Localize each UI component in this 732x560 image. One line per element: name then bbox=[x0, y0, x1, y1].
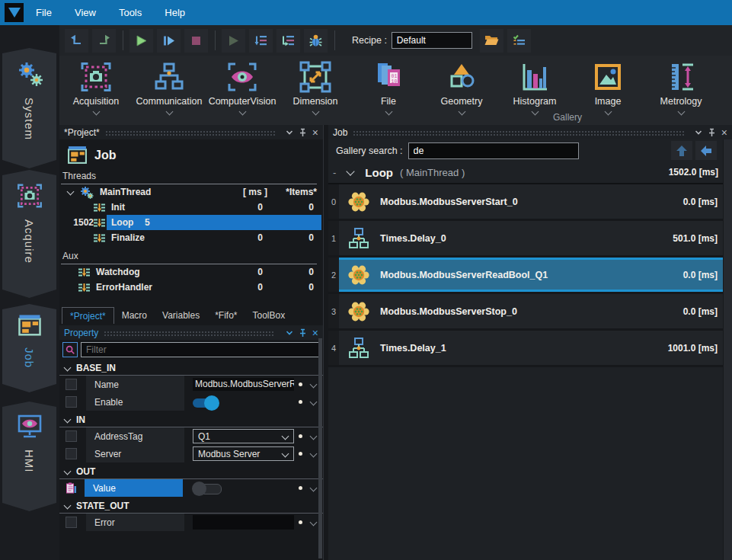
chevron-down-icon[interactable] bbox=[64, 467, 72, 475]
close-icon[interactable]: × bbox=[312, 127, 318, 138]
chevron-down-icon[interactable] bbox=[385, 108, 392, 116]
thread-row-watchdog[interactable]: Watchdog 0 0 bbox=[59, 264, 323, 280]
chevron-down-icon[interactable] bbox=[67, 187, 75, 195]
gallery-item-dimension[interactable]: Dimension bbox=[279, 56, 352, 114]
chevron-down-icon[interactable] bbox=[310, 519, 318, 526]
run-selection-button[interactable] bbox=[222, 29, 245, 53]
gallery-item-computervision[interactable]: ComputerVision bbox=[206, 56, 279, 114]
sidebar-tab-hmi[interactable]: HMI bbox=[2, 402, 56, 511]
chevron-down-icon[interactable] bbox=[286, 329, 293, 337]
menu-tools[interactable]: Tools bbox=[108, 7, 152, 18]
gallery-item-file[interactable]: 01 10 File bbox=[352, 56, 425, 114]
checkbox[interactable] bbox=[66, 517, 77, 528]
move-up-button[interactable] bbox=[671, 141, 692, 160]
chevron-down-icon[interactable] bbox=[312, 108, 319, 116]
chevron-down-icon[interactable] bbox=[695, 129, 702, 136]
vertical-scrollbar[interactable] bbox=[723, 139, 732, 560]
tab-macro[interactable]: Macro bbox=[114, 307, 155, 324]
chevron-down-icon[interactable] bbox=[165, 108, 173, 116]
thread-row-init[interactable]: Init 0 0 bbox=[59, 200, 323, 215]
tab-toolbox[interactable]: ToolBox bbox=[245, 307, 293, 324]
enable-toggle-on[interactable] bbox=[193, 398, 217, 408]
pin-icon[interactable] bbox=[299, 128, 307, 137]
checkbox[interactable] bbox=[66, 379, 77, 390]
loop-group-header[interactable]: - Loop ( MainThread ) 1502.0 [ms] bbox=[328, 162, 732, 184]
chevron-down-icon[interactable] bbox=[286, 129, 293, 136]
section-out[interactable]: OUT bbox=[59, 465, 323, 479]
thread-row-finalize[interactable]: Finalize 0 0 bbox=[59, 230, 323, 245]
panel-drag-texture[interactable] bbox=[353, 130, 683, 136]
clipboard-report-icon[interactable] bbox=[66, 482, 77, 494]
recipe-list-button[interactable] bbox=[507, 29, 531, 53]
filter-input[interactable] bbox=[81, 342, 320, 357]
collapse-minus[interactable]: - bbox=[333, 167, 336, 178]
error-value-field[interactable] bbox=[193, 515, 294, 530]
server-dropdown[interactable]: Modbus Server bbox=[193, 446, 294, 461]
tab-project[interactable]: *Project* bbox=[62, 307, 114, 324]
menu-help[interactable]: Help bbox=[154, 7, 196, 18]
checkbox[interactable] bbox=[66, 396, 77, 408]
chevron-down-icon[interactable] bbox=[310, 450, 318, 458]
run-button[interactable] bbox=[129, 29, 153, 53]
sidebar-tab-job[interactable]: Job bbox=[2, 304, 56, 392]
chevron-down-icon[interactable] bbox=[347, 167, 355, 175]
debug-button[interactable] bbox=[304, 29, 328, 53]
section-state-out[interactable]: STATE_OUT bbox=[59, 499, 323, 514]
chevron-down-icon[interactable] bbox=[64, 363, 72, 371]
sidebar-tab-system[interactable]: System bbox=[2, 48, 56, 168]
menu-view[interactable]: View bbox=[64, 7, 107, 18]
value-toggle-off[interactable] bbox=[193, 484, 222, 494]
chevron-down-icon[interactable] bbox=[310, 381, 318, 389]
pin-icon[interactable] bbox=[299, 328, 307, 338]
gallery-item-communication[interactable]: Communication bbox=[133, 56, 206, 114]
job-item-row[interactable]: 4 Times.Delay_1 1001.0 [ms] bbox=[328, 331, 732, 367]
chevron-down-icon[interactable] bbox=[238, 108, 246, 116]
property-label-selected[interactable]: Value bbox=[85, 479, 183, 497]
thread-row-errorhandler[interactable]: ErrorHandler 0 0 bbox=[59, 280, 323, 295]
section-base-in[interactable]: BASE_IN bbox=[59, 361, 323, 376]
job-item-row[interactable]: 3 Modbus.ModbusServerStop_0 0.0 [ms] bbox=[328, 294, 732, 331]
chevron-down-icon[interactable] bbox=[604, 108, 612, 116]
gallery-item-image[interactable]: Image bbox=[571, 56, 644, 114]
pin-icon[interactable] bbox=[708, 128, 716, 137]
chevron-down-icon[interactable] bbox=[64, 501, 72, 509]
gallery-item-acquisition[interactable]: Acquisition bbox=[59, 56, 133, 114]
run-step-button[interactable] bbox=[157, 29, 181, 53]
chevron-down-icon[interactable] bbox=[677, 108, 685, 116]
job-item-row[interactable]: 1 Times.Delay_0 501.0 [ms] bbox=[328, 221, 732, 258]
close-icon[interactable]: × bbox=[721, 127, 727, 138]
property-scrollbar[interactable] bbox=[318, 338, 322, 558]
gallery-item-geometry[interactable]: Geometry bbox=[425, 56, 498, 114]
chevron-down-icon[interactable] bbox=[310, 485, 318, 492]
checkbox[interactable] bbox=[66, 448, 77, 459]
gallery-item-histogram[interactable]: Histogram bbox=[498, 56, 571, 114]
panel-drag-texture[interactable] bbox=[105, 130, 275, 136]
tab-fifo[interactable]: *Fifo* bbox=[207, 307, 245, 324]
stop-button[interactable] bbox=[184, 29, 208, 53]
back-button[interactable] bbox=[695, 141, 717, 160]
chevron-down-icon[interactable] bbox=[92, 108, 100, 116]
section-in[interactable]: IN bbox=[59, 413, 323, 427]
chevron-down-icon[interactable] bbox=[310, 398, 318, 406]
job-item-row[interactable]: 0 Modbus.ModbusServerStart_0 0.0 [ms] bbox=[328, 184, 732, 221]
chevron-down-icon[interactable] bbox=[64, 415, 72, 423]
open-recipe-button[interactable] bbox=[480, 29, 503, 53]
close-icon[interactable]: × bbox=[312, 328, 318, 338]
chevron-down-icon[interactable] bbox=[458, 108, 465, 116]
recipe-input[interactable] bbox=[392, 32, 472, 49]
append-step-button[interactable] bbox=[276, 29, 300, 53]
thread-row-loop-selected[interactable]: Loop 1502 5 bbox=[59, 215, 323, 230]
menu-file[interactable]: File bbox=[25, 7, 62, 18]
job-item-row-selected[interactable]: 2 Modbus.ModbusServerReadBool_Q1 0.0 [ms… bbox=[328, 258, 732, 294]
insert-step-button[interactable] bbox=[249, 29, 273, 53]
gallery-search-input[interactable] bbox=[408, 142, 579, 159]
checkbox[interactable] bbox=[66, 430, 77, 442]
chevron-down-icon[interactable] bbox=[310, 433, 318, 440]
name-value-field[interactable]: Modbus.ModbusServerR bbox=[193, 378, 294, 391]
redo-button[interactable] bbox=[92, 29, 116, 53]
undo-button[interactable] bbox=[65, 29, 88, 53]
panel-drag-texture[interactable] bbox=[104, 331, 274, 337]
addresstag-dropdown[interactable]: Q1 bbox=[193, 429, 294, 443]
sidebar-tab-acquire[interactable]: Acquire bbox=[2, 170, 56, 298]
thread-row-mainthread[interactable]: MainThread [ ms ] *Items* bbox=[59, 184, 323, 200]
